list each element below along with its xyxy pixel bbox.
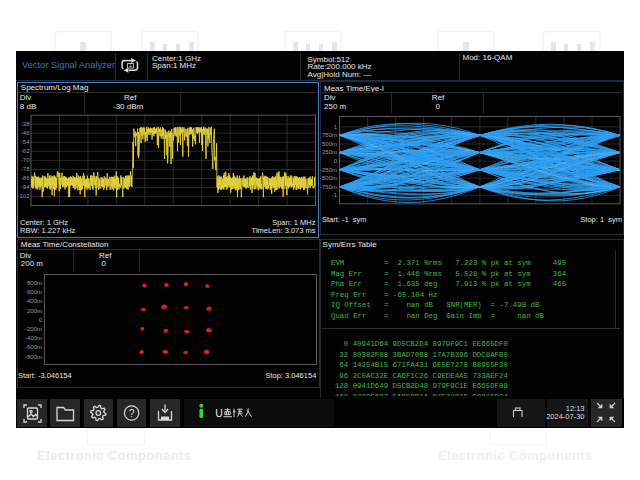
svg-text:?: ? [129, 407, 135, 419]
svg-text:U: U [215, 407, 223, 419]
